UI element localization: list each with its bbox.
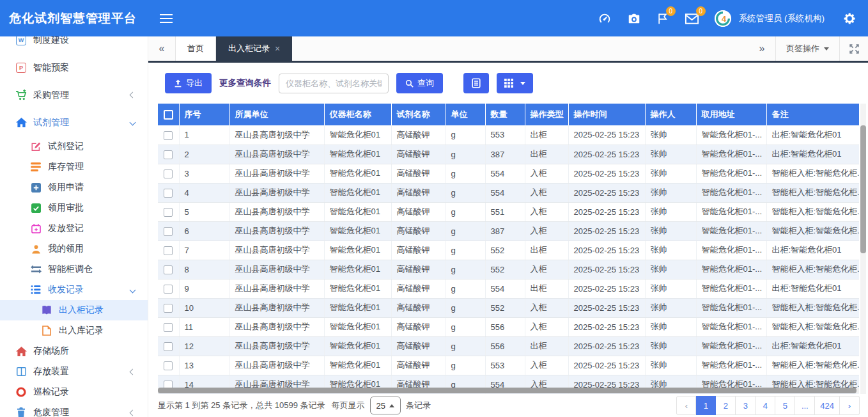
sidebar-item-8[interactable]: 领用审批 [0, 198, 148, 218]
toolbar: 导出 更多查询条件 查询 [148, 63, 868, 104]
tabs-scroll-left-icon[interactable]: « [148, 36, 175, 61]
card-view-button[interactable] [463, 73, 489, 93]
column-reagent: 试剂名称 [391, 104, 446, 125]
cell-qty: 387 [485, 221, 525, 240]
sidebar-item-17[interactable]: 巡检记录 [0, 382, 148, 402]
records-suffix: 条记录 [406, 400, 431, 411]
row-select-cell [158, 125, 179, 145]
sidebar-item-16[interactable]: 存放装置 [0, 361, 148, 382]
search-input[interactable] [279, 74, 389, 93]
pagination-prev[interactable]: ‹ [676, 396, 696, 415]
row-checkbox[interactable] [164, 227, 173, 236]
dashboard-icon[interactable] [598, 12, 612, 26]
row-checkbox[interactable] [164, 265, 173, 274]
columns-toggle-button[interactable] [497, 73, 533, 93]
cell-op_time: 2025-02-25 15:23 [568, 125, 645, 145]
more-filters-link[interactable]: 更多查询条件 [219, 77, 271, 89]
horizontal-scrollbar-thumb[interactable] [158, 388, 856, 393]
tab-close-icon[interactable]: × [275, 43, 280, 54]
hamburger-menu-icon[interactable] [160, 14, 173, 23]
sidebar-item-18[interactable]: 危废管理 [0, 402, 148, 417]
export-button[interactable]: 导出 [165, 73, 212, 93]
vertical-scrollbar[interactable] [860, 104, 866, 394]
row-checkbox[interactable] [164, 208, 173, 217]
sidebar-item-6[interactable]: 库存管理 [0, 157, 148, 177]
cell-address: 智能危化柜01-... [696, 125, 766, 145]
cell-unit: g [446, 145, 485, 164]
page-size-select[interactable]: 25 [370, 397, 401, 414]
sidebar-item-7[interactable]: 领用申请 [0, 177, 148, 198]
cell-cabinet: 智能危化柜01 [324, 279, 391, 298]
sidebar-item-14[interactable]: 出入库记录 [0, 320, 148, 341]
row-checkbox[interactable] [164, 189, 173, 198]
row-checkbox[interactable] [164, 285, 173, 294]
tab-home[interactable]: 首页 [175, 36, 216, 61]
cell-address: 智能危化柜01-... [696, 240, 766, 260]
row-checkbox[interactable] [164, 361, 173, 370]
cell-op_time: 2025-02-25 15:23 [568, 240, 645, 260]
vertical-scrollbar-thumb[interactable] [860, 125, 866, 253]
row-checkbox[interactable] [164, 323, 173, 332]
pagination-page-424[interactable]: 424 [815, 396, 840, 415]
horizontal-scrollbar[interactable] [158, 388, 859, 393]
query-button[interactable]: 查询 [396, 73, 443, 93]
sidebar-item-13[interactable]: 出入柜记录 [0, 300, 148, 320]
pagination-page-3[interactable]: 3 [736, 396, 756, 415]
cell-address: 智能危化柜01-... [696, 202, 766, 221]
cell-org: 巫山县高唐初级中学 [229, 240, 324, 260]
fullscreen-icon[interactable] [840, 36, 868, 61]
tab-operations-dropdown[interactable]: 页签操作 [775, 36, 840, 61]
sidebar-item-15[interactable]: 存储场所 [0, 341, 148, 361]
row-checkbox[interactable] [164, 342, 173, 351]
cell-operator: 张帅 [645, 240, 696, 260]
circle-o-icon [14, 387, 28, 397]
sidebar-item-3[interactable]: 采购管理 [0, 81, 148, 109]
row-checkbox[interactable] [164, 131, 173, 140]
pagination-page-1[interactable]: 1 [696, 396, 716, 415]
pagination-page-4[interactable]: 4 [756, 396, 775, 415]
sidebar-item-9[interactable]: 发放登记 [0, 218, 148, 239]
column-op_type: 操作类型 [525, 104, 568, 125]
cell-remark: 智能柜入柜:智能危化柜... [766, 221, 859, 240]
sidebar: W制度建设P智能预案采购管理试剂管理试剂登记库存管理领用申请领用审批发放登记我的… [0, 36, 148, 417]
tabs-scroll-right-icon[interactable]: » [748, 36, 775, 61]
column-select-all[interactable] [158, 104, 179, 125]
pagination-page-2[interactable]: 2 [716, 396, 736, 415]
pagination-page-5[interactable]: 5 [775, 396, 795, 415]
select-all-checkbox[interactable] [164, 110, 173, 120]
settings-gear-icon[interactable] [842, 12, 856, 26]
pagination-ellipsis[interactable]: ... [795, 396, 815, 415]
avatar[interactable]: 4 [715, 10, 731, 27]
column-qty: 数量 [485, 104, 525, 125]
cell-org: 巫山县高唐初级中学 [229, 221, 324, 240]
sidebar-item-11[interactable]: 智能柜调仓 [0, 259, 148, 279]
camera-icon[interactable] [627, 12, 641, 26]
pagination-next[interactable]: › [840, 396, 860, 415]
row-checkbox[interactable] [164, 246, 173, 255]
cell-cabinet: 智能危化柜01 [324, 240, 391, 260]
tab-cabinet-records[interactable]: 出入柜记录 × [216, 36, 292, 61]
flag-icon[interactable]: 0 [656, 12, 669, 25]
cell-remark: 智能柜入柜:智能危化柜... [766, 298, 859, 317]
row-checkbox[interactable] [164, 150, 173, 159]
page-size-value: 25 [376, 401, 385, 411]
sidebar-item-5[interactable]: 试剂登记 [0, 136, 148, 157]
sidebar-item-10[interactable]: 我的领用 [0, 239, 148, 259]
cell-op_type: 入柜 [525, 356, 568, 375]
sidebar-item-12[interactable]: 收发记录 [0, 279, 148, 300]
mail-icon[interactable]: 0 [685, 12, 699, 25]
row-select-cell [158, 164, 179, 183]
sidebar-item-1[interactable]: W制度建设 [0, 36, 148, 54]
cell-qty: 554 [485, 279, 525, 298]
chevron-left-icon [130, 409, 136, 416]
row-select-cell [158, 336, 179, 356]
sidebar-item-2[interactable]: P智能预案 [0, 54, 148, 81]
sidebar-item-4[interactable]: 试剂管理 [0, 109, 148, 136]
row-checkbox[interactable] [164, 304, 173, 313]
cell-cabinet: 智能危化柜01 [324, 356, 391, 375]
home-red-icon [14, 347, 28, 356]
table-body: 1巫山县高唐初级中学智能危化柜01高锰酸钾g553出柜2025-02-25 15… [158, 125, 859, 394]
row-checkbox[interactable] [164, 169, 173, 178]
tab-label: 出入柜记录 [228, 43, 270, 54]
cell-unit: g [446, 202, 485, 221]
